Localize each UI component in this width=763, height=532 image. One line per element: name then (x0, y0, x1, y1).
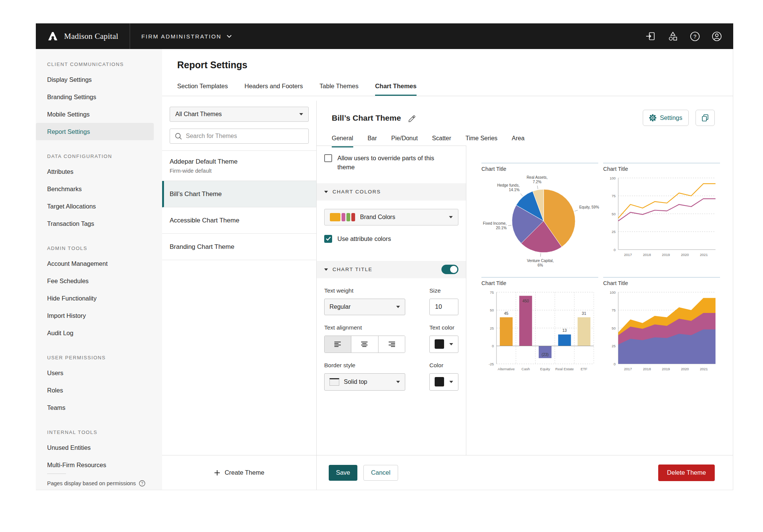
sidebar-item-teams[interactable]: Teams (36, 399, 162, 416)
border-color-label: Color (429, 362, 458, 369)
tab-headers-and-footers[interactable]: Headers and Footers (245, 83, 303, 96)
sidebar-item-unused-entities[interactable]: Unused Entities (36, 439, 162, 456)
sidebar-item-audit-log[interactable]: Audit Log (36, 324, 162, 342)
caret-down-icon (299, 113, 303, 115)
align-left-button[interactable] (325, 336, 351, 353)
svg-text:75: 75 (490, 290, 494, 294)
chart-colors-section-header[interactable]: CHART COLORS (317, 183, 466, 201)
import-icon[interactable] (646, 31, 656, 41)
border-style-select[interactable]: Solid top (324, 373, 405, 391)
svg-text:50: 50 (611, 326, 616, 330)
attribute-colors-label: Use attribute colors (337, 235, 391, 244)
section-label: USER PERMISSIONS (36, 351, 162, 364)
tab-section-templates[interactable]: Section Templates (177, 83, 228, 96)
text-weight-select[interactable]: Regular (324, 299, 405, 315)
override-checkbox[interactable] (324, 154, 332, 162)
cancel-button[interactable]: Cancel (363, 465, 398, 481)
palette-select[interactable]: Brand Colors (324, 209, 458, 225)
sidebar-item-import-history[interactable]: Import History (36, 307, 162, 324)
sidebar-item-roles[interactable]: Roles (36, 382, 162, 399)
text-color-label: Text color (429, 324, 458, 331)
svg-text:0: 0 (492, 344, 494, 348)
save-button[interactable]: Save (329, 465, 357, 481)
account-icon[interactable] (712, 31, 722, 41)
theme-subtitle: Firm-wide default (170, 168, 310, 174)
svg-text:Real Estate: Real Estate (555, 367, 574, 371)
help-circle-icon[interactable]: ? (139, 480, 146, 487)
sidebar-item-account-management[interactable]: Account Management (36, 255, 162, 272)
svg-text:2021: 2021 (700, 367, 708, 371)
sidebar-item-benchmarks[interactable]: Benchmarks (36, 180, 162, 198)
svg-text:2018: 2018 (643, 367, 651, 371)
theme-search-input[interactable] (186, 133, 304, 140)
svg-text:-25: -25 (489, 362, 494, 366)
sidebar-item-fee-schedules[interactable]: Fee Schedules (36, 272, 162, 290)
sidebar-item-branding-settings[interactable]: Branding Settings (36, 88, 162, 106)
brand-name: Madison Capital (64, 32, 118, 41)
edit-pencil-icon[interactable] (407, 114, 415, 122)
app-window: Madison Capital FIRM ADMINISTRATION ? (36, 23, 733, 490)
theme-row-branding-chart-theme[interactable]: Branding Chart Theme (162, 234, 316, 260)
border-color-select[interactable] (429, 373, 458, 391)
sidebar-item-users[interactable]: Users (36, 364, 162, 382)
delete-theme-button[interactable]: Delete Theme (658, 465, 715, 481)
svg-text:Venture Capital,: Venture Capital, (527, 259, 554, 263)
sidebar-item-multi-firm-resources[interactable]: Multi-Firm Resources (36, 456, 162, 474)
theme-row-addepar-default[interactable]: Addepar Default Theme Firm-wide default (162, 151, 316, 181)
attribute-colors-checkbox[interactable] (324, 235, 332, 243)
create-theme-button[interactable]: Create Theme (162, 455, 316, 490)
align-center-button[interactable] (351, 336, 378, 353)
align-right-button[interactable] (378, 336, 405, 353)
settings-button[interactable]: Settings (643, 110, 689, 126)
sidebar-item-hide-functionality[interactable]: Hide Functionality (36, 290, 162, 307)
sidebar-item-attributes[interactable]: Attributes (36, 163, 162, 180)
page-title: Report Settings (177, 49, 733, 71)
theme-name: Addepar Default Theme (170, 158, 310, 166)
page-header: Report Settings Section Templates Header… (162, 49, 733, 101)
svg-text:?: ? (694, 33, 697, 39)
palette-value: Brand Colors (360, 214, 395, 221)
svg-text:Equity, 59%: Equity, 59% (579, 205, 599, 209)
theme-filter-value: All Chart Themes (175, 111, 222, 118)
palette-swatches (330, 213, 355, 221)
shapes-icon[interactable] (668, 31, 678, 41)
text-color-select[interactable] (429, 336, 458, 353)
attribute-colors-row[interactable]: Use attribute colors (317, 235, 466, 244)
theme-settings-form: Allow users to override parts of this th… (317, 146, 466, 455)
override-checkbox-row[interactable]: Allow users to override parts of this th… (317, 154, 466, 172)
theme-name: Branding Chart Theme (170, 243, 310, 251)
firm-administration-menu[interactable]: FIRM ADMINISTRATION (141, 33, 232, 40)
theme-row-accessible-chart-theme[interactable]: Accessible Chart Theme (162, 207, 316, 234)
sidebar-item-transaction-tags[interactable]: Transaction Tags (36, 215, 162, 232)
chart-title-section-header[interactable]: CHART TITLE (317, 261, 466, 278)
tab-table-themes[interactable]: Table Themes (320, 83, 359, 96)
svg-text:6%: 6% (538, 263, 543, 267)
text-color-swatch (435, 339, 444, 349)
chart-title-toggle[interactable] (441, 265, 458, 274)
sidebar-item-mobile-settings[interactable]: Mobile Settings (36, 106, 162, 123)
theme-row-bills-chart-theme[interactable]: Bill’s Chart Theme (162, 181, 316, 207)
divider (47, 474, 66, 474)
text-alignment-segmented (324, 336, 405, 353)
sidebar-footer: Pages display based on permissions ? (36, 474, 162, 497)
svg-text:2020: 2020 (681, 253, 689, 257)
chart-title: Chart Title (481, 280, 598, 286)
swatch-pink (342, 213, 345, 221)
help-icon[interactable]: ? (690, 31, 700, 41)
sidebar-item-target-allocations[interactable]: Target Allocations (36, 198, 162, 215)
sidebar-section-internal-tools: INTERNAL TOOLS Unused Entities Multi-Fir… (36, 425, 162, 474)
tab-chart-themes[interactable]: Chart Themes (375, 83, 417, 96)
sidebar-section-admin-tools: ADMIN TOOLS Account Management Fee Sched… (36, 241, 162, 342)
svg-text:Alternative: Alternative (498, 367, 515, 371)
check-icon (326, 236, 331, 241)
theme-filter-select[interactable]: All Chart Themes (170, 107, 309, 122)
top-bar: Madison Capital FIRM ADMINISTRATION ? (36, 23, 733, 49)
svg-text:13: 13 (562, 328, 567, 333)
size-input[interactable] (429, 299, 458, 315)
text-alignment-label: Text alignment (324, 324, 405, 331)
duplicate-theme-button[interactable] (696, 110, 715, 126)
text-weight-label: Text weight (324, 287, 405, 294)
sidebar-item-display-settings[interactable]: Display Settings (36, 71, 162, 88)
caret-down-icon (449, 343, 453, 345)
sidebar-item-report-settings[interactable]: Report Settings (36, 123, 154, 140)
